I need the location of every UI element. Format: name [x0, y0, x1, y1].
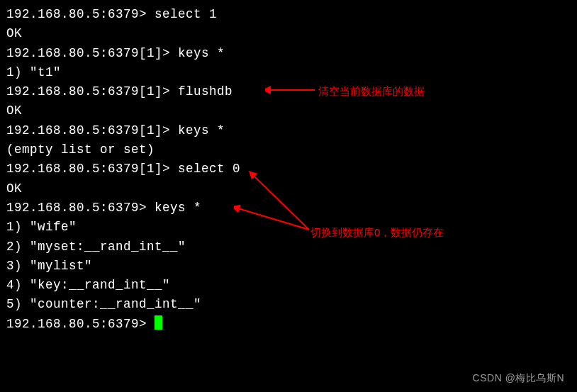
terminal-prompt-line: 192.168.80.5:6379> — [6, 315, 577, 334]
terminal-line: 192.168.80.5:6379[1]> keys * — [6, 44, 577, 63]
terminal-line: 192.168.80.5:6379[1]> select 0 — [6, 159, 577, 179]
terminal-line: 192.168.80.5:6379[1]> flushdb — [6, 82, 577, 101]
terminal-line: (empty list or set) — [6, 140, 577, 159]
terminal-line: 192.168.80.5:6379> select 1 — [6, 5, 577, 24]
annotation-text: 清空当前数据库的数据 — [318, 83, 425, 99]
terminal-line: 1) "wife" — [6, 218, 577, 237]
terminal-line: 3) "mylist" — [6, 257, 577, 276]
terminal-output[interactable]: 192.168.80.5:6379> select 1 OK 192.168.8… — [6, 5, 577, 334]
annotation-text: 切换到数据库0，数据仍存在 — [310, 224, 444, 240]
terminal-line: 192.168.80.5:6379[1]> keys * — [6, 121, 577, 140]
terminal-line: 4) "key:__rand_int__" — [6, 276, 577, 295]
terminal-line: OK — [6, 101, 577, 121]
terminal-line: 2) "myset:__rand_int__" — [6, 237, 577, 257]
terminal-line: OK — [6, 179, 577, 198]
watermark-text: CSDN @梅比乌斯N — [473, 371, 564, 386]
terminal-line: OK — [6, 24, 577, 43]
terminal-line: 1) "t1" — [6, 63, 577, 82]
terminal-prompt: 192.168.80.5:6379> — [6, 317, 155, 331]
cursor-icon — [155, 315, 162, 330]
terminal-line: 5) "counter:__rand_int__" — [6, 295, 577, 314]
terminal-line: 192.168.80.5:6379> keys * — [6, 198, 577, 218]
